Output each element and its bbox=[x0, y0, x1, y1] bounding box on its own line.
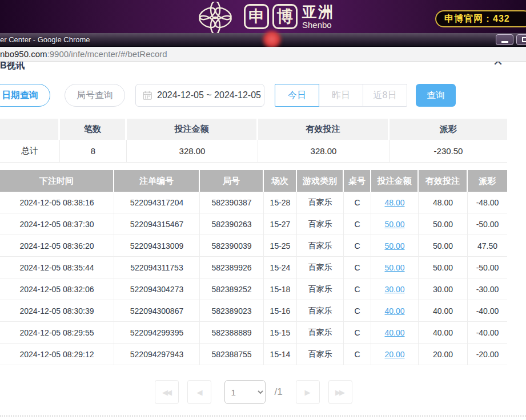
bet-amount-link[interactable]: 50.00 bbox=[384, 220, 404, 229]
cell-order-no: 522094311753 bbox=[114, 257, 200, 278]
today-segment[interactable]: 今日 bbox=[275, 84, 319, 107]
address-bar[interactable]: nbo950.com:9900/infe/mcenter/#/betRecord bbox=[0, 47, 526, 62]
col-header-session: 场次 bbox=[264, 170, 297, 192]
cell-round-no: 582390039 bbox=[200, 235, 264, 257]
bet-table-header-row: 下注时间 注单编号 局号 场次 游戏类别 桌号 投注金额 有效投注 派彩 bbox=[0, 170, 507, 192]
summary-header-blank bbox=[0, 119, 60, 140]
cell-table-no: C bbox=[344, 235, 371, 257]
cell-table-no: C bbox=[344, 257, 371, 278]
minimize-button[interactable] bbox=[496, 34, 513, 45]
summary-header-count: 笔数 bbox=[60, 119, 127, 140]
round-query-tab[interactable]: 局号查询 bbox=[65, 84, 125, 107]
minimize-icon bbox=[501, 41, 508, 43]
bet-amount-link[interactable]: 50.00 bbox=[384, 241, 404, 251]
first-page-icon: ◀◀ bbox=[162, 388, 170, 397]
cell-game-type: 百家乐 bbox=[297, 257, 344, 278]
table-row: 2024-12-05 08:38:16 522094317204 5823903… bbox=[0, 192, 507, 213]
summary-count-value: 8 bbox=[60, 140, 127, 163]
col-header-payout: 派彩 bbox=[468, 170, 507, 192]
logo-char-box-1: 申 bbox=[244, 4, 269, 29]
col-header-table: 桌号 bbox=[344, 170, 371, 192]
cell-valid-bet: 40.00 bbox=[419, 322, 468, 344]
last-page-icon: ▶▶ bbox=[335, 388, 343, 397]
cell-order-no: 522094313009 bbox=[114, 235, 200, 257]
cell-order-no: 522094299395 bbox=[114, 322, 200, 344]
cell-table-no: C bbox=[344, 300, 371, 322]
cell-payout: -40.00 bbox=[468, 322, 507, 344]
bet-record-panel: B视讯 ✕ 日期查询 局号查询 2024-12-05 ~ 2024-12-05 … bbox=[0, 62, 526, 420]
table-row: 2024-12-05 08:32:06 522094304273 5823892… bbox=[0, 278, 507, 300]
cell-game-type: 百家乐 bbox=[297, 213, 344, 235]
cell-valid-bet: 48.00 bbox=[419, 192, 468, 213]
cell-valid-bet: 50.00 bbox=[419, 235, 468, 257]
cell-order-no: 522094315467 bbox=[114, 213, 200, 235]
next-page-button[interactable]: ▶ bbox=[296, 380, 320, 404]
cell-session: 15-18 bbox=[264, 278, 297, 300]
cell-session: 15-15 bbox=[264, 322, 297, 344]
close-icon: ✕ bbox=[490, 60, 506, 69]
summary-bet-amount-value: 328.00 bbox=[127, 140, 258, 163]
cell-round-no: 582390263 bbox=[200, 213, 264, 235]
bet-amount-link[interactable]: 30.00 bbox=[384, 285, 404, 294]
cell-session: 15-24 bbox=[264, 257, 297, 278]
summary-header-bet-amount: 投注金额 bbox=[127, 119, 258, 140]
cell-game-type: 百家乐 bbox=[297, 300, 344, 322]
summary-header-valid-bet: 有效投注 bbox=[258, 119, 390, 140]
cell-order-no: 522094300867 bbox=[114, 300, 200, 322]
summary-header-payout: 派彩 bbox=[390, 119, 507, 140]
cell-game-type: 百家乐 bbox=[297, 235, 344, 257]
summary-table: 笔数 投注金额 有效投注 派彩 总计 8 328.00 328.00 -230.… bbox=[0, 119, 507, 163]
filter-toolbar: 日期查询 局号查询 2024-12-05 ~ 2024-12-05 今日 昨日 … bbox=[0, 84, 526, 107]
last-page-button[interactable]: ▶▶ bbox=[328, 380, 352, 404]
cell-round-no: 582388889 bbox=[200, 322, 264, 344]
page-select[interactable]: 1 bbox=[224, 380, 266, 404]
cell-order-no: 522094304273 bbox=[114, 278, 200, 300]
cell-round-no: 582389252 bbox=[200, 278, 264, 300]
date-query-tab[interactable]: 日期查询 bbox=[0, 84, 50, 107]
cell-time: 2024-12-05 08:29:12 bbox=[0, 344, 114, 365]
table-row: 2024-12-05 08:37:30 522094315467 5823902… bbox=[0, 213, 507, 235]
cell-game-type: 百家乐 bbox=[297, 344, 344, 365]
summary-total-label: 总计 bbox=[0, 140, 60, 163]
bet-amount-link[interactable]: 48.00 bbox=[384, 198, 404, 207]
cell-game-type: 百家乐 bbox=[297, 278, 344, 300]
cell-game-type: 百家乐 bbox=[297, 192, 344, 213]
summary-header-row: 笔数 投注金额 有效投注 派彩 bbox=[0, 119, 507, 140]
col-header-time: 下注时间 bbox=[0, 170, 114, 192]
cell-time: 2024-12-05 08:29:55 bbox=[0, 322, 114, 344]
cell-order-no: 522094317204 bbox=[114, 192, 200, 213]
yesterday-segment[interactable]: 昨日 bbox=[319, 84, 363, 107]
cell-valid-bet: 20.00 bbox=[419, 344, 468, 365]
bet-amount-link[interactable]: 50.00 bbox=[384, 263, 404, 272]
cell-session: 15-28 bbox=[264, 192, 297, 213]
cell-time: 2024-12-05 08:35:44 bbox=[0, 257, 114, 278]
quick-range-segments: 今日 昨日 近8日 bbox=[275, 84, 407, 107]
table-row: 2024-12-05 08:29:12 522094297943 5823887… bbox=[0, 344, 507, 365]
prev-page-button[interactable]: ◀ bbox=[187, 380, 211, 404]
search-button[interactable]: 查询 bbox=[416, 84, 456, 107]
calendar-icon bbox=[143, 91, 152, 100]
bet-amount-link[interactable]: 20.00 bbox=[384, 350, 404, 359]
section-title: B视讯 bbox=[0, 62, 25, 71]
last8days-segment[interactable]: 近8日 bbox=[363, 84, 407, 107]
close-button[interactable]: ✕ bbox=[490, 60, 506, 70]
cell-payout: -20.00 bbox=[468, 344, 507, 365]
first-page-button[interactable]: ◀◀ bbox=[155, 380, 179, 404]
bet-amount-link[interactable]: 40.00 bbox=[384, 328, 404, 337]
date-range-input[interactable]: 2024-12-05 ~ 2024-12-05 bbox=[135, 84, 264, 107]
official-site-badge[interactable]: 申博官网：432 bbox=[435, 10, 526, 27]
col-header-game: 游戏类别 bbox=[297, 170, 344, 192]
maximize-button[interactable] bbox=[516, 34, 526, 45]
section-header: B视讯 ✕ bbox=[0, 62, 526, 73]
cell-round-no: 582390387 bbox=[200, 192, 264, 213]
screen: 申 博 亚洲 Shenbo 申博官网：432 er Center - Googl… bbox=[0, 0, 526, 420]
cell-valid-bet: 50.00 bbox=[419, 257, 468, 278]
logo-region-text: 亚洲 bbox=[302, 5, 334, 19]
bet-record-table: 下注时间 注单编号 局号 场次 游戏类别 桌号 投注金额 有效投注 派彩 202… bbox=[0, 170, 507, 365]
cell-payout: -48.00 bbox=[468, 192, 507, 213]
table-row: 2024-12-05 08:35:44 522094311753 5823899… bbox=[0, 257, 507, 278]
cell-time: 2024-12-05 08:37:30 bbox=[0, 213, 114, 235]
date-range-value: 2024-12-05 ~ 2024-12-05 bbox=[157, 90, 261, 100]
summary-valid-bet-value: 328.00 bbox=[258, 140, 390, 163]
bet-amount-link[interactable]: 40.00 bbox=[384, 306, 404, 316]
